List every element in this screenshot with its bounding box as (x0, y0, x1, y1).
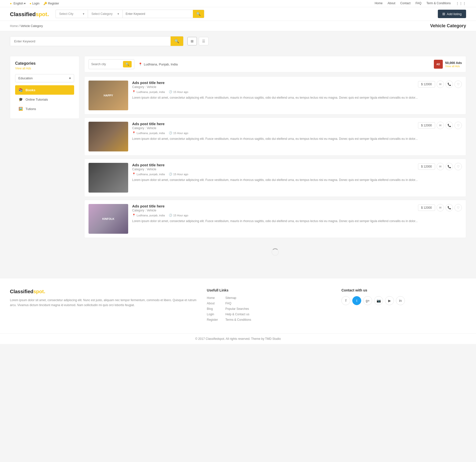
ad-favorite-btn-4[interactable]: ♡ (454, 204, 462, 211)
ad-meta-1: 📍 Ludhiana, punjab, india 🕒 15 Hour ago (132, 90, 462, 93)
ad-content-4: Ads post title here Category : Vehicle $… (132, 204, 462, 234)
social-twitter-icon[interactable]: t (352, 296, 361, 305)
topbar-left: ● English ▾ ● Login 🔑 Register (10, 2, 59, 5)
ad-info-3: Ads post title here Category : Vehicle (132, 163, 165, 173)
footer-description: Lorem ipsum dolor sit amet, consectetur … (10, 298, 197, 308)
social-linkedin-icon[interactable]: in (396, 296, 405, 305)
ad-desc-2: Lorem ipsum dolor sit amet, consectetur … (132, 137, 462, 141)
footer-link-register[interactable]: Register (207, 318, 218, 321)
footer-link-home[interactable]: Home (207, 296, 218, 300)
ads-count-wrap: AD 50,000 Ads View all Ads (434, 60, 462, 69)
menu-icon[interactable]: ⋮⋮⋮ (456, 1, 466, 5)
ad-favorite-btn-2[interactable]: ♡ (454, 122, 462, 129)
topbar: ● English ▾ ● Login 🔑 Register Home Abou… (0, 0, 476, 7)
search-city-button[interactable]: 🔍 (123, 61, 132, 67)
sidebar-item-online-tutorials[interactable]: 🎓 Online Tutorials (15, 95, 74, 104)
ad-email-btn-1[interactable]: ✉ (437, 81, 444, 88)
category-dropdown[interactable]: Education ▾ (15, 74, 74, 82)
login-label: Login (32, 2, 39, 5)
ad-email-btn-2[interactable]: ✉ (437, 122, 444, 129)
ad-image-placeholder-2 (89, 122, 128, 151)
ad-title-3[interactable]: Ads post title here (132, 163, 165, 167)
nav-about[interactable]: About (387, 1, 395, 5)
footer-link-faq[interactable]: FAQ (225, 302, 251, 305)
nav-contact[interactable]: Contact (400, 1, 411, 5)
ad-info-1: Ads post title here Category : Vehicle (132, 81, 165, 90)
ad-price-4[interactable]: $ 12000 (418, 204, 435, 211)
ad-favorite-btn-1[interactable]: ♡ (454, 81, 462, 88)
nav-faq[interactable]: FAQ (416, 1, 421, 5)
select-category-label: Select Category (91, 12, 113, 16)
header-keyword-input[interactable] (123, 10, 193, 18)
category-selected-label: Education (18, 76, 33, 80)
list-view-button[interactable]: ☰ (199, 37, 208, 45)
social-instagram-icon[interactable]: 📷 (374, 296, 383, 305)
footer-link-terms[interactable]: Terms & Conditions (225, 318, 251, 321)
footer-link-login[interactable]: Login (207, 313, 218, 316)
topbar-right: Home About Contact FAQ Term & Conditions… (375, 1, 466, 5)
nav-terms[interactable]: Term & Conditions (426, 1, 451, 5)
header-search-button[interactable]: 🔍 (193, 10, 204, 18)
ad-phone-btn-2[interactable]: 📞 (446, 122, 453, 129)
footer-bottom: © 2017 Classifiedspot. All rights reserv… (0, 333, 476, 344)
ad-price-2[interactable]: $ 12000 (418, 122, 435, 129)
content: Categories View all Ads Education ▾ 📚 Bo… (0, 51, 476, 268)
ad-phone-btn-4[interactable]: 📞 (446, 204, 453, 211)
ad-actions-1: $ 12000 ✉ 📞 ♡ (418, 81, 462, 88)
ad-email-btn-3[interactable]: ✉ (437, 163, 444, 170)
ad-phone-btn-3[interactable]: 📞 (446, 163, 453, 170)
search-city-input[interactable] (91, 62, 121, 66)
footer-brand: Classifiedspot. Lorem ipsum dolor sit am… (10, 288, 197, 323)
social-googleplus-icon[interactable]: g+ (363, 296, 372, 305)
register-link[interactable]: 🔑 Register (43, 2, 59, 5)
footer-link-about[interactable]: About (207, 302, 218, 305)
footer-link-blog[interactable]: Blog (207, 307, 218, 311)
location-pin-icon-1: 📍 (132, 90, 136, 93)
select-category-button[interactable]: Select Category ▾ (88, 10, 122, 18)
ad-price-1[interactable]: $ 12000 (418, 81, 435, 87)
ad-card-3: Ads post title here Category : Vehicle $… (84, 159, 466, 197)
nav-home[interactable]: Home (375, 1, 383, 5)
select-city-button[interactable]: Select City ▾ (56, 10, 88, 18)
sidebar-title: Categories (15, 61, 74, 66)
ad-favorite-btn-3[interactable]: ♡ (454, 163, 462, 170)
ad-header-1: Ads post title here Category : Vehicle $… (132, 81, 462, 90)
ad-title-1[interactable]: Ads post title here (132, 81, 165, 85)
search-row: 🔍 ⊞ ☰ (0, 31, 476, 51)
footer-link-sitemap[interactable]: Sitemap (225, 296, 251, 300)
main-search-button[interactable]: 🔍 (171, 36, 183, 46)
language-selector[interactable]: ● English ▾ (10, 2, 26, 5)
ad-price-3[interactable]: $ 12000 (418, 163, 435, 170)
add-listing-button[interactable]: ⊞ Add listing (438, 10, 466, 18)
ad-card-2: Ads post title here Category : Vehicle $… (84, 117, 466, 156)
breadcrumb-home[interactable]: Home (10, 24, 18, 28)
grid-view-button[interactable]: ⊞ (187, 37, 197, 45)
books-icon: 📚 (18, 87, 23, 92)
ad-title-2[interactable]: Ads post title here (132, 122, 165, 126)
footer-link-help-contact[interactable]: Help & Contact us (225, 313, 251, 316)
ad-phone-btn-1[interactable]: 📞 (446, 81, 453, 88)
ad-image-4: KINFOLK (89, 204, 128, 234)
ad-image-placeholder-4: KINFOLK (89, 204, 128, 234)
sidebar-view-all-link[interactable]: View all Ads (15, 67, 74, 70)
login-link[interactable]: ● Login (30, 2, 39, 5)
ad-title-4[interactable]: Ads post title here (132, 204, 165, 208)
ad-location-1: 📍 Ludhiana, punjab, india (132, 90, 165, 93)
add-listing-label: Add listing (447, 12, 462, 16)
location-info: 📍 Ludhiana, Punjab, India (138, 62, 178, 66)
sidebar-item-tutions[interactable]: 🖼️ Tutions (15, 104, 74, 114)
ad-content-3: Ads post title here Category : Vehicle $… (132, 163, 462, 193)
footer-logo: Classifiedspot. (10, 288, 197, 295)
social-youtube-icon[interactable]: ▶ (385, 296, 394, 305)
main-search-input[interactable] (10, 36, 171, 46)
sidebar-item-books[interactable]: 📚 Books (15, 85, 74, 95)
ad-header-3: Ads post title here Category : Vehicle $… (132, 163, 462, 173)
ads-view-all-link[interactable]: View all Ads (445, 65, 462, 68)
flag-icon: ● (10, 2, 12, 5)
footer-link-popular-searches[interactable]: Popular Searches (225, 307, 251, 311)
social-facebook-icon[interactable]: f (341, 296, 350, 305)
ad-time-2: 🕒 15 Hour ago (169, 131, 188, 135)
ad-category-4: Category : Vehicle (132, 209, 165, 212)
ad-email-btn-4[interactable]: ✉ (437, 204, 444, 211)
language-label: English (14, 2, 23, 5)
